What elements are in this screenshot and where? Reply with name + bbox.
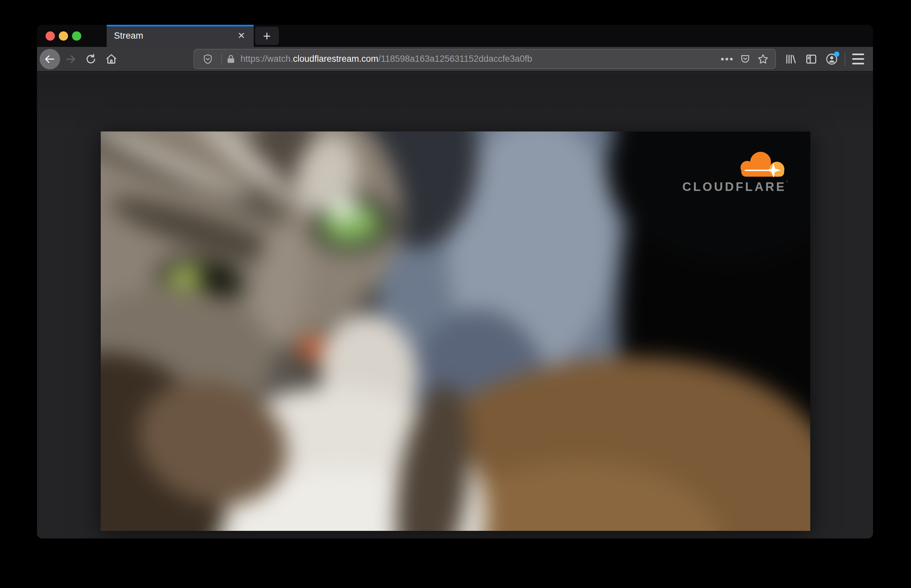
cloudflare-logo: CLOUDFLARE' bbox=[680, 150, 790, 194]
tracking-protection-shield-icon[interactable] bbox=[199, 50, 217, 68]
bookmark-star-button[interactable] bbox=[754, 50, 772, 68]
window-controls bbox=[37, 25, 107, 47]
save-to-pocket-button[interactable] bbox=[736, 50, 754, 68]
tab-bar: Stream ✕ + bbox=[37, 25, 873, 47]
page-content: CLOUDFLARE' bbox=[37, 73, 873, 538]
url-scheme: https://watch. bbox=[241, 54, 293, 64]
browser-window: Stream ✕ + bbox=[37, 25, 873, 538]
desktop: { "window": { "traffic_lights": { "close… bbox=[0, 0, 911, 588]
home-icon bbox=[105, 53, 117, 65]
trademark-mark: ' bbox=[787, 180, 788, 186]
menu-button[interactable] bbox=[848, 49, 868, 69]
cloudflare-wordmark: CLOUDFLARE' bbox=[680, 180, 790, 194]
url-path: /118598a163a125631152ddaccfe3a0fb bbox=[378, 54, 532, 64]
lock-icon[interactable] bbox=[226, 54, 236, 64]
library-button[interactable] bbox=[780, 49, 801, 69]
cat-right-eye-highlight bbox=[326, 199, 360, 220]
tab-title: Stream bbox=[114, 31, 235, 41]
navigation-toolbar: https://watch.cloudflarestream.com/11859… bbox=[37, 47, 873, 72]
toolbar-separator bbox=[845, 52, 845, 66]
account-icon bbox=[825, 53, 838, 65]
ellipsis-icon: ••• bbox=[721, 54, 734, 64]
active-tab-accent-line bbox=[107, 25, 254, 26]
forward-icon bbox=[65, 53, 76, 65]
close-tab-icon[interactable]: ✕ bbox=[235, 30, 248, 42]
reload-icon bbox=[85, 53, 97, 65]
reload-button[interactable] bbox=[81, 49, 101, 69]
back-button[interactable] bbox=[40, 49, 60, 69]
tab-stream[interactable]: Stream ✕ bbox=[107, 25, 254, 47]
library-icon bbox=[785, 53, 797, 65]
page-actions-button[interactable]: ••• bbox=[719, 50, 736, 68]
star-icon bbox=[758, 53, 769, 65]
urlbar-divider bbox=[221, 53, 222, 65]
video-player[interactable]: CLOUDFLARE' bbox=[101, 131, 810, 531]
zoom-window-button[interactable] bbox=[72, 31, 81, 40]
close-window-button[interactable] bbox=[45, 31, 55, 40]
url-display: https://watch.cloudflarestream.com/11859… bbox=[241, 54, 719, 64]
forward-button[interactable] bbox=[60, 49, 81, 69]
pocket-icon bbox=[740, 54, 751, 65]
account-button[interactable] bbox=[822, 49, 842, 69]
home-button[interactable] bbox=[101, 49, 121, 69]
notification-dot bbox=[834, 52, 839, 57]
new-tab-button[interactable]: + bbox=[255, 27, 279, 45]
address-bar[interactable]: https://watch.cloudflarestream.com/11859… bbox=[194, 49, 776, 69]
sidebar-icon bbox=[805, 53, 817, 65]
menu-icon bbox=[852, 53, 864, 65]
cat-nose-highlight bbox=[304, 339, 319, 349]
sidebar-button[interactable] bbox=[801, 49, 822, 69]
url-domain: cloudflarestream.com bbox=[293, 54, 378, 64]
minimize-window-button[interactable] bbox=[59, 31, 68, 40]
back-icon bbox=[40, 49, 60, 69]
cloudflare-cloud-icon bbox=[733, 150, 790, 178]
